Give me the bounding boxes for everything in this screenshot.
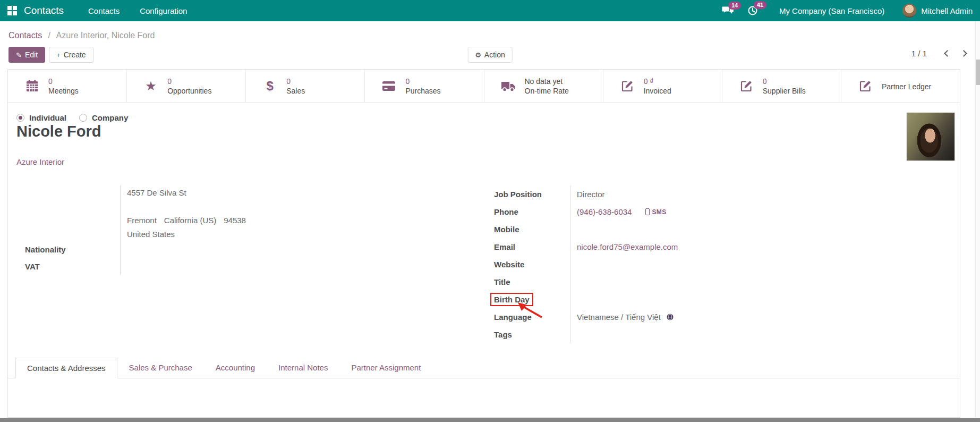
street-value: 4557 De Silva St [120,185,399,199]
breadcrumb: Contacts / Azure Interior, Nicole Ford [8,31,155,40]
radio-selected-icon[interactable] [16,114,24,122]
city-value: Fremont [127,216,157,225]
user-avatar[interactable] [902,4,916,18]
menu-item-contacts[interactable]: Contacts [88,6,120,15]
field-label-job-position: Job Position [487,190,570,199]
messages-badge: 14 [728,2,741,10]
breadcrumb-separator: / [48,31,50,40]
edit-button[interactable]: ✎ Edit [8,47,45,63]
breadcrumb-contacts[interactable]: Contacts [8,31,42,40]
stat-label: Sales [286,87,305,95]
stat-value: 0 [405,77,440,86]
tab-sales-purchase[interactable]: Sales & Purchase [117,357,204,378]
nationality-value [120,241,399,258]
star-icon: ★ [143,79,159,93]
activities-button[interactable]: 41 [747,5,758,16]
tab-partner-assignment[interactable]: Partner Assignment [339,357,432,378]
radio-individual-label: Individual [29,113,66,122]
control-panel: Contacts / Azure Interior, Nicole Ford ✎… [0,21,980,69]
globe-icon[interactable] [666,313,674,321]
field-label-nationality: Nationality [16,245,120,254]
vertical-scrollbar[interactable] [975,21,980,418]
form-sheet: 0 Meetings ★ 0 Opportunities $ 0 Sales [7,69,960,418]
tab-accounting[interactable]: Accounting [204,357,267,378]
field-label-title: Title [487,277,570,286]
language-field: Vietnamese / Tiếng Việt [570,308,911,326]
stat-button-partner-ledger[interactable]: Partner Ledger [841,70,960,103]
messages-button[interactable]: 14 [722,6,734,15]
stat-label: On-time Rate [525,87,569,95]
stat-value: 0 [763,77,806,86]
stat-button-meetings[interactable]: 0 Meetings [8,70,127,103]
scrollbar-thumb[interactable] [976,60,980,85]
zip-value: 94538 [224,216,246,225]
dollar-icon: $ [262,79,278,93]
app-name[interactable]: Contacts [24,5,64,16]
state-value: California (US) [164,216,216,225]
radio-unselected-icon[interactable] [79,114,87,122]
stat-button-box: 0 Meetings ★ 0 Opportunities $ 0 Sales [8,70,960,103]
navbar-menu: Contacts Configuration [88,6,187,15]
stat-label: Invoiced [644,87,671,95]
pager-value: 1 / 1 [911,49,927,58]
mobile-value [570,221,911,238]
apps-grid-icon[interactable] [7,6,17,15]
tags-value [570,326,911,343]
top-navbar: Contacts Contacts Configuration 14 41 My… [0,0,980,21]
field-label-mobile: Mobile [487,225,570,234]
job-position-value: Director [570,185,911,203]
tab-contacts-addresses[interactable]: Contacts & Addresses [15,358,117,378]
sms-button[interactable]: SMS [645,208,666,216]
action-button[interactable]: ⚙ Action [467,47,513,63]
stat-button-purchases[interactable]: 0 Purchases [365,70,484,103]
stat-button-supplier-bills[interactable]: 0 Supplier Bills [722,70,841,103]
phone-link[interactable]: (946)-638-6034 [577,207,632,216]
field-label-email: Email [487,242,570,251]
field-label-tags: Tags [487,330,570,339]
radio-company-label: Company [92,113,128,122]
stat-label: Purchases [405,87,440,95]
stat-value: 0 [286,77,305,86]
truck-icon [500,80,516,92]
stat-button-sales[interactable]: $ 0 Sales [246,70,365,103]
menu-item-configuration[interactable]: Configuration [140,6,187,15]
stat-label: Opportunities [167,87,211,95]
plus-icon: + [56,51,61,59]
pager-previous-icon[interactable] [944,50,951,57]
radio-company[interactable]: Company [79,113,128,122]
pencil-icon: ✎ [16,51,22,59]
contact-photo[interactable] [906,112,955,161]
stat-value: 0 [167,77,211,86]
edit-square-icon [619,80,635,92]
company-switcher[interactable]: My Company (San Francisco) [779,6,884,15]
stat-value: 0 ₫ [644,77,671,86]
field-label-website: Website [487,260,570,269]
action-button-label: Action [484,50,505,59]
email-link[interactable]: nicole.ford75@example.com [577,242,678,251]
gear-icon: ⚙ [475,51,481,59]
city-line: Fremont California (US) 94538 [120,213,399,227]
stat-label: Meetings [48,87,79,95]
create-button[interactable]: + Create [49,47,93,63]
stat-button-opportunities[interactable]: ★ 0 Opportunities [127,70,246,103]
user-menu[interactable]: Mitchell Admin [921,6,973,15]
page-bottom-strip [0,418,980,422]
tab-internal-notes[interactable]: Internal Notes [267,357,339,378]
street2-value [120,199,399,213]
pager-next-icon[interactable] [960,50,967,57]
breadcrumb-current: Azure Interior, Nicole Ford [56,31,155,40]
contact-type-selector: Individual Company [16,113,128,122]
country-value: United States [120,227,399,241]
email-field: nicole.ford75@example.com [570,238,911,256]
edit-button-label: Edit [25,50,38,59]
stat-button-invoiced[interactable]: 0 ₫ Invoiced [603,70,722,103]
field-label-phone: Phone [487,207,570,216]
parent-company-link[interactable]: Azure Interior [16,157,64,166]
phone-icon [645,208,650,215]
field-label-vat: VAT [16,262,120,271]
edit-square-icon [738,80,754,92]
radio-individual[interactable]: Individual [16,113,66,122]
stat-button-on-time-rate[interactable]: No data yet On-time Rate [484,70,603,103]
details-group: Job Position Director Phone (946)-638-60… [487,185,911,343]
title-value [570,273,911,291]
